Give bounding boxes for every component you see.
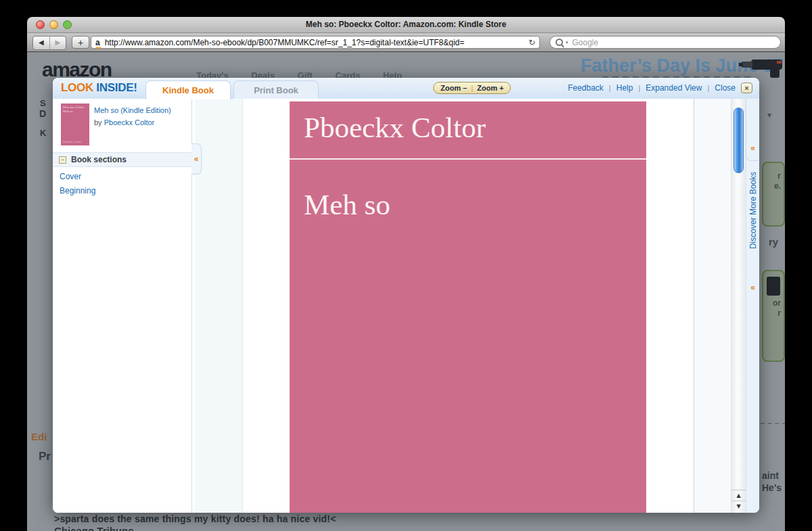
book-sections-header: − Book sections xyxy=(53,152,191,167)
window-title: Meh so: Pboeckx Coltor: Amazon.com: Kind… xyxy=(27,17,785,32)
divider: | xyxy=(707,84,709,92)
reader-scrollbar[interactable]: ▲ ▼ xyxy=(731,99,746,513)
divider: | xyxy=(638,84,640,92)
section-link-beginning[interactable]: Beginning xyxy=(60,186,95,195)
zoom-out-button[interactable]: Zoom – xyxy=(441,84,467,92)
rail-collapse-icon[interactable]: « xyxy=(746,283,759,292)
bg-fragment: S xyxy=(40,98,46,108)
modal-body: Pboeckx Coltor Meh so Pboeckx Coltor Meh… xyxy=(53,99,759,513)
bg-fragment: He's xyxy=(762,482,782,493)
history-buttons: ◀ ▶ xyxy=(32,36,66,50)
scroll-up-icon[interactable]: ▲ xyxy=(731,490,746,501)
sections-label: Book sections xyxy=(71,155,127,164)
byline-prefix: by xyxy=(94,118,102,126)
close-window-button[interactable] xyxy=(36,20,45,29)
expanded-view-link[interactable]: Expanded View xyxy=(646,83,702,93)
modal-links: Feedback | Help | Expanded View | Close … xyxy=(568,83,752,93)
scroll-down-icon[interactable]: ▼ xyxy=(731,501,746,511)
back-button[interactable]: ◀ xyxy=(33,37,49,49)
url-input[interactable] xyxy=(104,37,525,48)
look-inside-logo-look: LOOK xyxy=(61,81,93,94)
screen: Meh so: Pboeckx Coltor: Amazon.com: Kind… xyxy=(0,0,812,531)
bg-fragment: K xyxy=(40,128,46,138)
browser-window: Meh so: Pboeckx Coltor: Amazon.com: Kind… xyxy=(27,17,785,531)
help-link[interactable]: Help xyxy=(616,83,633,93)
bg-fragment: Edi xyxy=(31,431,47,442)
zoom-window-button[interactable] xyxy=(63,20,72,29)
bg-fragment: or xyxy=(763,298,784,308)
address-bar[interactable]: a ↻ xyxy=(91,36,540,49)
page-right-gutter[interactable] xyxy=(694,99,731,513)
section-link-cover[interactable]: Cover xyxy=(60,172,81,181)
amazon-favicon-icon: a xyxy=(95,39,100,47)
drill-image xyxy=(739,56,785,80)
book-cover-thumbnail: Pboeckx Coltor Meh so Pboeckx Coltor xyxy=(61,103,89,145)
review-source: Chicago Tribune xyxy=(54,525,134,531)
bg-promo-box: r e. xyxy=(762,162,785,227)
nav-fragment: Today's Deals Gift Cards Help xyxy=(196,70,575,78)
cover-title-text: Meh so xyxy=(304,188,390,221)
cover-author-text: Pboeckx Coltor xyxy=(304,111,486,144)
sidebar-collapse-tab[interactable]: « xyxy=(191,143,202,175)
book-title-link[interactable]: Meh so (Kindle Edition) xyxy=(94,106,189,115)
search-dropdown-icon[interactable]: ▾ xyxy=(566,40,568,45)
minimize-window-button[interactable] xyxy=(49,20,58,29)
dropdown-arrow-icon: ▾ xyxy=(767,110,771,120)
zoom-controls: Zoom – | Zoom + xyxy=(433,82,511,94)
new-tab-button[interactable]: + xyxy=(72,36,89,49)
modal-header: LOOK INSIDE! Kindle Book Print Book Zoom… xyxy=(53,78,759,99)
forward-button[interactable]: ▶ xyxy=(49,37,66,49)
scrollbar-thumb[interactable] xyxy=(734,108,744,173)
divider: | xyxy=(609,84,611,92)
scrollbar-arrows: ▲ ▼ xyxy=(731,490,746,511)
rail-collapse-icon[interactable]: « xyxy=(746,143,759,153)
bg-fragment: ry xyxy=(769,236,778,248)
look-inside-logo-inside: INSIDE! xyxy=(96,81,137,94)
book-byline: by Pboeckx Coltor xyxy=(94,118,154,126)
discover-more-books-tab[interactable]: Discover More Books xyxy=(748,172,758,249)
book-cover-page: Pboeckx Coltor Meh so xyxy=(290,101,646,513)
close-icon[interactable]: × xyxy=(741,83,752,93)
tab-kindle-book[interactable]: Kindle Book xyxy=(145,80,231,99)
window-titlebar[interactable]: Meh so: Pboeckx Coltor: Amazon.com: Kind… xyxy=(27,17,785,33)
feedback-link[interactable]: Feedback xyxy=(568,83,604,93)
bg-fragment: D xyxy=(39,108,46,119)
bg-fragment: r xyxy=(763,308,784,319)
bg-promo-box: or r xyxy=(762,270,785,362)
book-sidebar: Pboeckx Coltor Meh so Pboeckx Coltor Meh… xyxy=(53,99,191,513)
search-icon xyxy=(556,39,563,46)
page-left-gutter[interactable] xyxy=(195,99,243,513)
author-link[interactable]: Pboeckx Coltor xyxy=(104,118,155,126)
review-quote: >sparta does the same things my kitty do… xyxy=(54,513,336,524)
refresh-icon[interactable]: ↻ xyxy=(528,38,535,47)
browser-toolbar: ◀ ▶ + a ↻ ▾ xyxy=(27,33,785,52)
bg-fragment: Pr xyxy=(39,450,51,463)
look-inside-logo: LOOK INSIDE! xyxy=(61,81,137,95)
thumb-footer: Pboeckx Coltor xyxy=(63,140,81,143)
divider: | xyxy=(471,84,473,92)
collapse-minus-icon[interactable]: − xyxy=(59,156,66,164)
close-link[interactable]: Close xyxy=(715,83,736,93)
traffic-lights xyxy=(36,20,72,29)
bg-fragment: e. xyxy=(763,181,784,191)
bg-fragment: r xyxy=(763,163,784,181)
cover-rule xyxy=(290,158,646,160)
divider xyxy=(761,423,785,424)
bg-fragment: aint xyxy=(762,470,779,481)
search-input[interactable] xyxy=(571,37,775,48)
search-bar[interactable]: ▾ xyxy=(549,36,781,49)
tab-print-book[interactable]: Print Book xyxy=(233,80,319,99)
thumb-title: Meh so xyxy=(63,110,87,114)
look-inside-modal: LOOK INSIDE! Kindle Book Print Book Zoom… xyxy=(53,78,759,513)
zoom-in-button[interactable]: Zoom + xyxy=(477,84,503,92)
bg-product-thumbnail xyxy=(767,277,780,296)
discover-rail: « Discover More Books « xyxy=(746,99,759,513)
